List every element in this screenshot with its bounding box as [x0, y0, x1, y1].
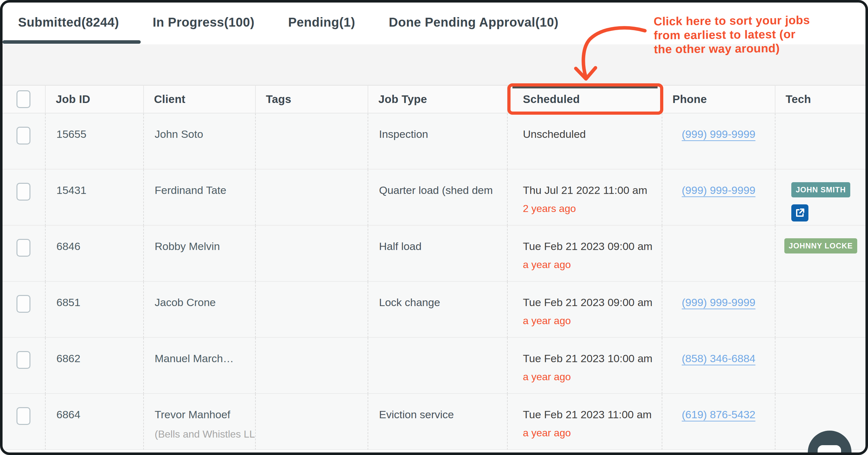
jobs-card: Submitted(8244) In Progress(100) Pending… [0, 0, 868, 455]
phone-link[interactable]: (619) 876-5432 [682, 409, 755, 420]
cell-tags [255, 113, 368, 169]
scheduled-relative-time: 2 years ago [523, 203, 662, 215]
cell-scheduled: Tue Feb 21 2023 10:00 am a year ago [507, 338, 662, 394]
cell-job-id: 6846 [45, 226, 143, 282]
cell-job-id: 6851 [45, 282, 143, 338]
jobs-screen: Submitted(8244) In Progress(100) Pending… [0, 0, 868, 455]
scheduled-relative-time: a year ago [523, 315, 662, 327]
share-job-button[interactable] [791, 204, 808, 222]
row-checkbox[interactable] [17, 239, 30, 257]
annotation-line: from earliest to latest (or [654, 27, 810, 42]
cell-tags [255, 394, 368, 450]
annotation-note: Click here to sort your jobs from earlie… [653, 13, 810, 56]
header-phone[interactable]: Phone [662, 85, 775, 113]
cell-phone: (999) 999-9999 [662, 113, 775, 169]
scheduled-relative-time: a year ago [523, 371, 662, 383]
row-checkbox-cell [2, 394, 45, 450]
phone-link[interactable]: (999) 999-9999 [682, 128, 755, 140]
row-checkbox[interactable] [17, 351, 30, 369]
cell-scheduled: Tue Feb 21 2023 11:00 am a year ago [507, 394, 662, 450]
cell-phone: (999) 999-9999 [662, 169, 775, 226]
cell-job-id: 15431 [45, 169, 143, 226]
tech-badge: JOHN SMITH [791, 182, 850, 197]
header-tags[interactable]: Tags [255, 85, 368, 113]
scheduled-relative-time: a year ago [523, 427, 662, 439]
row-checkbox[interactable] [17, 295, 30, 313]
cell-scheduled: Tue Feb 21 2023 09:00 am a year ago [507, 282, 662, 338]
row-checkbox-cell [2, 338, 45, 394]
phone-link[interactable]: (999) 999-9999 [682, 184, 755, 196]
cell-job-type: Half load [368, 226, 507, 282]
cell-tech [775, 338, 866, 394]
annotation-arrow-icon [564, 19, 659, 86]
cell-phone: (999) 999-9999 [662, 282, 775, 338]
cell-job-id: 6862 [45, 338, 143, 394]
row-checkbox[interactable] [17, 407, 30, 425]
cell-job-type: Quarter load (shed dem [368, 169, 507, 226]
row-checkbox[interactable] [17, 183, 30, 201]
cell-phone: (858) 346-6884 [662, 338, 775, 394]
scheduled-column-highlight [507, 83, 663, 115]
cell-tags [255, 338, 368, 394]
cell-client: Jacob Crone [143, 282, 255, 338]
client-company: (Bells and Whistles LLC [155, 428, 255, 440]
cell-tech: JOHN SMITH [775, 169, 866, 226]
header-job-id[interactable]: Job ID [45, 85, 143, 113]
row-checkbox-cell [2, 226, 45, 282]
scheduled-relative-time: a year ago [523, 259, 662, 270]
tab-pending[interactable]: Pending(1) [288, 15, 355, 29]
cell-tags [255, 169, 368, 226]
row-checkbox[interactable] [17, 127, 30, 144]
cell-tech [775, 282, 866, 338]
header-client[interactable]: Client [143, 85, 255, 113]
cell-client: Trevor Manhoef (Bells and Whistles LLC [143, 394, 255, 450]
jobs-table: Job ID Client Tags Job Type Scheduled Ph… [2, 85, 866, 450]
chat-icon [817, 445, 841, 455]
cell-job-id: 6864 [45, 394, 143, 450]
row-checkbox-cell [2, 169, 45, 226]
cell-tech [775, 113, 866, 169]
header-job-type[interactable]: Job Type [368, 85, 507, 113]
share-icon [795, 207, 805, 218]
tech-badge: JOHNNY LOCKE [784, 238, 857, 254]
header-select-all [2, 85, 45, 113]
cell-job-type: Eviction service [368, 394, 507, 450]
cell-client: John Soto [143, 113, 255, 169]
cell-client: Ferdinand Tate [143, 169, 255, 226]
cell-scheduled: Thu Jul 21 2022 11:00 am 2 years ago [507, 169, 662, 226]
tab-submitted[interactable]: Submitted(8244) [18, 15, 119, 29]
cell-scheduled: Tue Feb 21 2023 09:00 am a year ago [507, 226, 662, 282]
cell-tags [255, 226, 368, 282]
cell-tags [255, 282, 368, 338]
header-tech[interactable]: Tech [775, 85, 866, 113]
phone-link[interactable]: (858) 346-6884 [682, 352, 755, 364]
tab-done-pending-approval[interactable]: Done Pending Approval(10) [389, 15, 559, 29]
select-all-checkbox[interactable] [17, 90, 30, 108]
cell-phone [662, 226, 775, 282]
cell-tech: JOHNNY LOCKE [775, 226, 866, 282]
active-tab-underline [3, 40, 141, 44]
annotation-line: Click here to sort your jobs [653, 13, 810, 29]
row-checkbox-cell [2, 282, 45, 338]
annotation-line: the other way around) [654, 41, 810, 56]
cell-scheduled: Unscheduled [507, 113, 662, 169]
tab-in-progress[interactable]: In Progress(100) [153, 15, 254, 29]
cell-job-type: Inspection [368, 113, 507, 169]
highlight-inner-line [513, 87, 658, 88]
cell-phone: (619) 876-5432 [662, 394, 775, 450]
row-checkbox-cell [2, 113, 45, 169]
cell-job-id: 15655 [45, 113, 143, 169]
cell-client: Manuel March… [143, 338, 255, 394]
phone-link[interactable]: (999) 999-9999 [682, 296, 755, 308]
cell-job-type [368, 338, 507, 394]
cell-job-type: Lock change [368, 282, 507, 338]
cell-client: Robby Melvin [143, 226, 255, 282]
